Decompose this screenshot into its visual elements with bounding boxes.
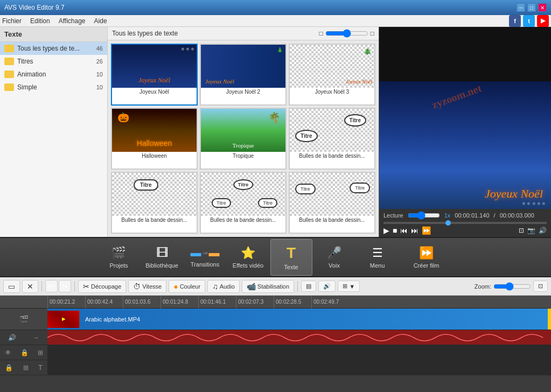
select-icon: ▭ (8, 282, 15, 291)
stop-button[interactable]: ■ (393, 226, 397, 235)
play-button[interactable]: ▶ (383, 226, 389, 235)
tool-bibliotheque[interactable]: 🎞 Bibliothèque (141, 239, 183, 276)
add-icon[interactable]: ⊞ (23, 364, 29, 372)
thumb-bulles1[interactable]: Titre Titre Bulles de la bande dessin... (289, 108, 375, 170)
track-4: 🔒 ⊞ T (0, 360, 551, 375)
texte-label: Texte (284, 264, 298, 270)
zoom-slider[interactable] (493, 282, 531, 291)
youtube-button[interactable]: ▶ (537, 15, 549, 27)
fit-timeline-btn[interactable]: ⊡ (533, 281, 548, 292)
lock-icon[interactable]: 🔒 (20, 349, 29, 356)
folder-icon-all (4, 45, 14, 52)
expand-icon[interactable]: ⊞ (38, 349, 43, 356)
prev-button[interactable]: ⏮ (400, 226, 408, 235)
ruler-3: 00:01:24.8 (161, 296, 198, 309)
aspect-dropdown[interactable]: ⊞ ▼ (338, 281, 360, 292)
thumb-img-noel2: Joyeux Noël 🎄 (201, 45, 285, 88)
category-animation-count: 10 (96, 71, 103, 78)
timeline-scrub[interactable] (383, 222, 547, 224)
category-animation[interactable]: Animation 10 (0, 68, 107, 81)
audio-waveform-container[interactable] (47, 330, 551, 345)
ruler-2: 00:01:03.6 (123, 296, 161, 309)
category-titres[interactable]: Titres 26 (0, 55, 107, 68)
thumb-tropique[interactable]: 🌴 Tropique Tropique (200, 108, 287, 170)
thumb-halloween[interactable]: Halloween 🎃 Halloween (111, 108, 198, 170)
snapshot-icon[interactable]: 📷 (527, 227, 535, 234)
decoupage-icon: ✂ (83, 282, 89, 291)
volume-btn[interactable]: 🔊 (318, 281, 336, 292)
speed-slider[interactable] (408, 211, 440, 220)
undo-redo: ↩ ↪ (45, 280, 71, 292)
video-track-content[interactable]: ▶ Arabic alphabet.MP4 (47, 309, 551, 330)
vitesse-button[interactable]: ⏱ Vitesse (128, 280, 166, 293)
projets-label: Projets (109, 262, 128, 269)
video-track: 🎬 ▶ Arabic alphabet.MP4 (0, 309, 551, 330)
menu-aide[interactable]: Aide (94, 17, 107, 25)
ruler-6: 00:02:28.5 (274, 296, 311, 309)
select-tool-btn[interactable]: ▭ (3, 280, 20, 293)
menu-label: Menu (370, 262, 385, 269)
thumb-noel3[interactable]: 🎄 Joyeux Noël Joyeux Noël 3 (289, 44, 375, 106)
empty-track-4 (47, 360, 551, 375)
fast-forward-button[interactable]: ⏩ (422, 226, 431, 235)
ruler-0: 00:00:21.2 (47, 296, 85, 309)
thumb-noel1[interactable]: Joyeux Noël ❄ ❄ ❄ Joyeux Noël (111, 44, 198, 106)
category-all-label: Tous les types de te... (17, 45, 80, 52)
tool-transitions[interactable]: ▬⇒▬ Transitions (184, 239, 226, 276)
audio-track: 🔊 → (0, 330, 551, 345)
tool-voix[interactable]: 🎤 Voix (313, 239, 355, 276)
tool-texte[interactable]: T Texte (270, 239, 312, 276)
next-button[interactable]: ⏭ (411, 226, 419, 235)
text2-icon[interactable]: T (38, 364, 42, 372)
timeline-ruler: 00:00:21.2 00:00:42.4 00:01:03.6 00:01:2… (0, 296, 551, 309)
thumb-bulles4[interactable]: Titre Titre Bulles de la bande dessin... (289, 172, 375, 234)
close-button[interactable]: ✕ (538, 3, 547, 12)
tool-menu[interactable]: ☰ Menu (357, 239, 399, 276)
audio-track-content[interactable] (47, 330, 551, 345)
thumb-img-bulles3: Titre Titre Titre (201, 173, 285, 216)
aspect-arrow: ▼ (349, 283, 355, 290)
thumb-bulles3[interactable]: Titre Titre Titre Bulles de la bande des… (200, 172, 287, 234)
video-clip[interactable]: ▶ Arabic alphabet.MP4 (47, 309, 551, 330)
menu-edition[interactable]: Edition (30, 17, 50, 25)
tool-creer[interactable]: ⏩ Créer film (400, 239, 454, 276)
redo-button[interactable]: ↪ (59, 280, 71, 292)
transitions-icon: ▬⇒▬ (191, 247, 220, 259)
category-titres-label: Titres (17, 58, 33, 65)
thumb-label-noel1: Joyeux Noël (112, 88, 197, 96)
category-simple[interactable]: Simple 10 (0, 81, 107, 94)
thumb-bulles2[interactable]: Titre Bulles de la bande dessin... (111, 172, 198, 234)
tool-projets[interactable]: 🎬 Projets (98, 239, 140, 276)
menu-fichier[interactable]: Fichier (2, 17, 22, 25)
facebook-button[interactable]: f (509, 15, 521, 27)
undo-button[interactable]: ↩ (45, 280, 58, 292)
voix-label: Voix (329, 262, 340, 269)
audio-track-icon: 🔊 (8, 334, 16, 341)
track4-controls: 🔒 ⊞ T (0, 360, 47, 375)
size-control: □ □ (319, 29, 375, 38)
maximize-button[interactable]: □ (527, 3, 536, 12)
category-all[interactable]: Tous les types de te... 46 (0, 42, 107, 55)
tool-effets[interactable]: ⭐ Effets vidéo (227, 239, 269, 276)
size-slider[interactable] (325, 29, 368, 38)
eye-icon[interactable]: 👁 (5, 349, 11, 356)
twitter-button[interactable]: t (523, 15, 535, 27)
halloween-text: Halloween (137, 139, 172, 148)
track-toggle-btn[interactable]: ▤ (301, 281, 316, 292)
couleur-button[interactable]: ● Couleur (169, 280, 205, 293)
thumb-noel2[interactable]: Joyeux Noël 🎄 Joyeux Noël 2 (200, 44, 287, 106)
volume-icon[interactable]: 🔊 (539, 227, 547, 234)
audio-button[interactable]: ♫ Audio (207, 280, 240, 293)
delete-btn[interactable]: ✕ (22, 280, 38, 293)
stabilisation-button[interactable]: 📹 Stabilisation (242, 280, 294, 293)
fullscreen-icon[interactable]: ⊡ (519, 227, 524, 234)
decoupage-button[interactable]: ✂ Découpage (78, 280, 126, 293)
video-end-marker (548, 309, 551, 330)
thumb-img-tropique: 🌴 Tropique (201, 109, 285, 152)
audio-waveform (47, 330, 551, 345)
minimize-button[interactable]: ─ (517, 3, 525, 12)
thumb-img-noel1: Joyeux Noël ❄ ❄ ❄ (112, 45, 197, 88)
menu-affichage[interactable]: Affichage (59, 17, 86, 25)
bibliotheque-label: Bibliothèque (145, 262, 178, 269)
lock2-icon[interactable]: 🔒 (5, 364, 13, 372)
